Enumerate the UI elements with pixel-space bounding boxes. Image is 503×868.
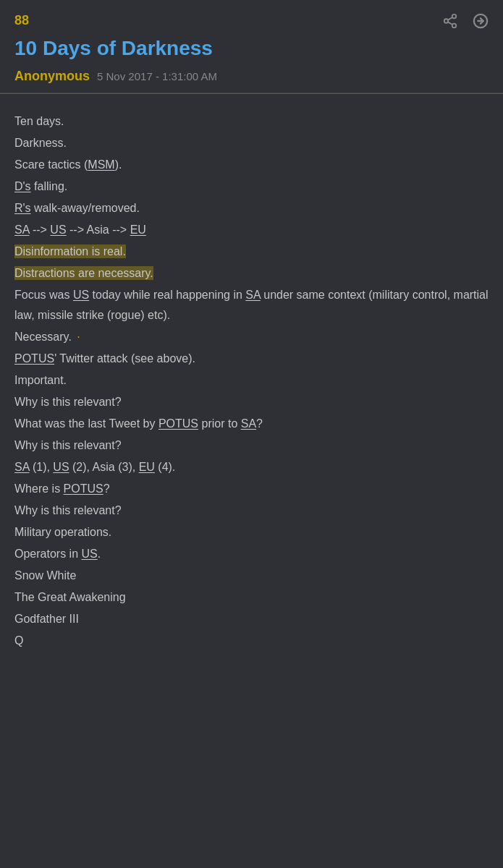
eu-abbr1: EU	[130, 224, 146, 236]
potus-abbr3: POTUS	[64, 482, 103, 495]
us-abbr3: US	[53, 461, 69, 473]
svg-line-4	[448, 17, 452, 20]
line6: SA --> US --> Asia --> EU	[14, 220, 489, 240]
us-abbr1: US	[50, 224, 66, 236]
svg-line-3	[448, 22, 452, 25]
line23: Godfather III	[14, 609, 489, 629]
line21: Snow White	[14, 566, 489, 586]
post-content: Ten days. Darkness. Scare tactics (MSM).…	[0, 94, 503, 674]
dot-marker: ·	[77, 331, 80, 343]
sa-abbr1: SA	[14, 224, 29, 236]
line13: Why is this relevant?	[14, 392, 489, 412]
post-meta: Anonymous 5 Nov 2017 - 1:31:00 AM	[14, 69, 489, 84]
line4: D's falling.	[14, 176, 489, 197]
post-date: 5 Nov 2017 - 1:31:00 AM	[97, 70, 217, 82]
line16: SA (1), US (2), Asia (3), EU (4).	[14, 457, 489, 477]
line22: The Great Awakening	[14, 587, 489, 608]
disinformation-highlight: Disinformation is real.	[14, 244, 126, 258]
line20: Operators in US.	[14, 544, 489, 564]
line19: Military operations.	[14, 522, 489, 542]
line17: Where is POTUS?	[14, 479, 489, 499]
forward-icon[interactable]	[473, 13, 489, 33]
post-title: 10 Days of Darkness	[14, 35, 489, 61]
potus-abbr2: POTUS	[158, 417, 198, 430]
line12: Important.	[14, 370, 489, 391]
line15: Why is this relevant?	[14, 435, 489, 456]
rs-abbr: R's	[14, 202, 31, 214]
post-author: Anonymous	[14, 69, 90, 84]
line24: Q	[14, 631, 489, 651]
sa-abbr4: SA	[14, 461, 29, 473]
sa-abbr2: SA	[245, 289, 260, 301]
eu-abbr2: EU	[139, 461, 155, 473]
share-icon[interactable]	[442, 13, 458, 33]
msm-abbr: MSM	[88, 158, 114, 171]
distractions-highlight: Distractions are necessary.	[14, 266, 153, 280]
line9: Focus was US today while real happening …	[14, 285, 489, 326]
line1: Ten days.	[14, 111, 489, 132]
line8: Distractions are necessary.	[14, 263, 489, 284]
line10: Necessary. ·	[14, 327, 489, 347]
line14: What was the last Tweet by POTUS prior t…	[14, 414, 489, 434]
line7: Disinformation is real.	[14, 242, 489, 262]
line11: POTUS' Twitter attack (see above).	[14, 349, 489, 369]
us-abbr2: US	[73, 289, 89, 301]
line2: Darkness.	[14, 133, 489, 153]
line18: Why is this relevant?	[14, 501, 489, 521]
header-icons	[442, 13, 489, 33]
post-number: 88	[14, 13, 489, 28]
ds-abbr: D's	[14, 180, 31, 192]
post-header: 88 10 Days of Darkness Anonymous 5 Nov 2…	[0, 0, 503, 93]
line3: Scare tactics (MSM).	[14, 155, 489, 175]
sa-abbr3: SA	[241, 417, 256, 430]
us-abbr4: US	[81, 548, 97, 560]
potus-abbr1: POTUS	[14, 352, 54, 365]
line5: R's walk-away/removed.	[14, 198, 489, 218]
